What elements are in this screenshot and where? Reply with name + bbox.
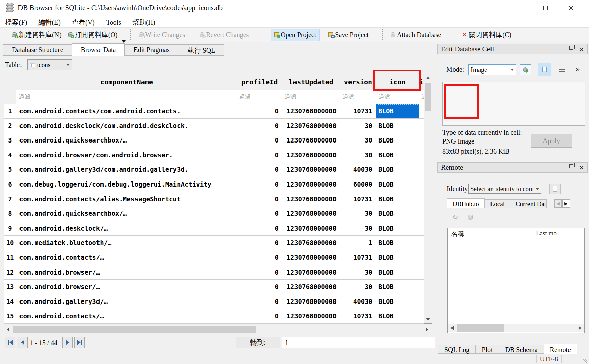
remote-clone-button[interactable] [466,213,475,221]
filter-profileId[interactable]: 過濾 [237,90,282,104]
scroll-right-button[interactable] [576,324,584,332]
save-project-button[interactable]: ▪ Save Project [325,29,372,41]
open-database-button[interactable]: › 打開資料庫(O) [65,28,121,41]
cell-componentName[interactable]: com.mediatek.bluetooth/… [16,236,237,250]
cell-version[interactable]: 10731 [340,192,376,207]
dock-tab-db-schema[interactable]: DB Schema [499,345,544,354]
open-database-dropdown-icon[interactable] [122,40,126,43]
remote-tab-dbhub[interactable]: DBHub.io [447,198,485,208]
cell-icon-blob[interactable]: BLOB [376,294,419,309]
remote-column-last-modified[interactable]: Last mo [536,230,557,237]
cell-lastUpdated[interactable]: 1230768000000 [282,206,340,221]
cell-icon-blob[interactable]: BLOB [376,250,419,265]
cell-version[interactable]: 30 [340,265,376,280]
close-database-button[interactable]: ✕ 關閉資料庫(C) [458,28,514,41]
cell-version[interactable]: 30 [340,148,376,163]
scroll-right-button[interactable] [423,326,431,334]
cell-profileId[interactable]: 0 [237,309,282,324]
menu-file[interactable]: 檔案(F) [0,16,32,27]
cell-componentName[interactable]: com.android.browser/… [16,280,237,294]
menu-tools[interactable]: Tools [101,17,126,26]
cell-componentName[interactable]: com.android.deskclock/… [16,221,237,236]
cell-componentName[interactable]: com.android.contacts/… [16,250,237,265]
cell-componentName[interactable]: com.android.quicksearchbox/… [16,133,237,148]
cell-componentName[interactable]: com.android.browser/com.android.browser. [16,148,237,163]
menu-help[interactable]: 幫助(H) [127,16,160,27]
cell-componentName[interactable]: com.android.gallery3d/com.android.galler… [16,162,237,177]
cell-icon-blob[interactable]: BLOB [376,119,419,133]
cell-version[interactable]: 1 [340,236,376,250]
cell-version[interactable]: 60000 [340,177,376,192]
vertical-scroll-thumb[interactable] [425,83,431,111]
scroll-left-button[interactable] [448,324,456,332]
column-header-lastUpdated[interactable]: lastUpdated [282,74,340,90]
cell-icon-blob[interactable]: BLOB [376,192,419,207]
remote-refresh-button[interactable]: ↻ [451,213,460,221]
prev-page-button[interactable] [17,337,28,348]
remote-tab-current-database[interactable]: Current Dat [510,199,547,208]
cell-componentName[interactable]: com.android.deskclock/com.android.deskcl… [16,119,237,133]
cell-profileId[interactable]: 0 [237,280,282,294]
cell-profileId[interactable]: 0 [237,206,282,221]
remote-column-name[interactable]: 名稱 [451,230,464,238]
cell-componentName[interactable]: com.debug.loggerui/com.debug.loggerui.Ma… [16,177,237,192]
close-panel-button[interactable]: ✕ [579,45,585,51]
cell-icon-blob[interactable]: BLOB [376,177,419,192]
remote-scroll-thumb[interactable] [457,324,504,332]
cell-lastUpdated[interactable]: 1230768000000 [282,192,340,207]
cell-icon-blob[interactable]: BLOB [376,206,419,221]
cell-lastUpdated[interactable]: 1230768000000 [282,119,340,133]
encoding-indicator[interactable]: UTF-8 [536,355,562,363]
cell-version[interactable]: 30 [340,119,376,133]
cell-lastUpdated[interactable]: 1230768000000 [282,162,340,177]
horizontal-scrollbar[interactable] [4,325,432,334]
vertical-scrollbar[interactable] [424,74,432,323]
filter-version[interactable]: 過濾 [340,90,376,104]
cell-profileId[interactable]: 0 [237,162,282,177]
resize-grip[interactable] [583,359,587,363]
float-panel-button[interactable] [568,164,574,170]
cell-icon-blob[interactable]: BLOB [376,133,419,148]
attach-database-button[interactable]: Attach Database [387,29,445,41]
column-divider[interactable] [533,228,533,239]
cell-icon-blob[interactable]: BLOB [376,162,419,177]
first-page-button[interactable] [5,337,15,348]
close-button[interactable]: × [561,0,581,16]
scroll-down-button[interactable] [424,315,432,323]
cell-version[interactable]: 10731 [340,250,376,265]
tab-execute-sql[interactable]: 執行 SQL [179,44,225,56]
next-page-button[interactable] [62,337,73,348]
cell-version[interactable]: 40030 [340,294,376,309]
cell-profileId[interactable]: 0 [237,192,282,207]
clone-database-button[interactable] [549,184,561,194]
tab-database-structure[interactable]: Database Structure [3,44,72,56]
new-database-button[interactable]: + 新建資料庫(N) [9,28,65,41]
goto-button[interactable]: 轉到: [236,337,280,348]
dock-tab-sql-log[interactable]: SQL Log [438,345,476,354]
cell-profileId[interactable]: 0 [237,104,282,119]
tab-edit-pragmas[interactable]: Edit Pragmas [125,44,179,56]
close-panel-button[interactable]: ✕ [579,164,585,170]
goto-record-input[interactable] [282,337,435,348]
cell-componentName[interactable]: com.android.gallery3d/… [16,294,237,309]
cell-icon-blob[interactable]: BLOB [376,236,419,250]
filter-componentName[interactable]: 過濾 [16,90,237,104]
cell-icon-blob[interactable]: BLOB [376,265,419,280]
cell-lastUpdated[interactable]: 1230768000000 [282,177,340,192]
scroll-up-button[interactable] [424,74,432,82]
filter-icon[interactable]: 過濾 [376,90,419,104]
cell-profileId[interactable]: 0 [237,265,282,280]
filter-lastUpdated[interactable]: 過濾 [282,90,340,104]
cell-icon-blob[interactable]: BLOB [376,104,419,119]
cell-componentName[interactable]: com.android.browser/… [16,265,237,280]
cell-componentName[interactable]: com.android.quicksearchbox/… [16,206,237,221]
cell-version[interactable]: 40030 [340,162,376,177]
cell-lastUpdated[interactable]: 1230768000000 [282,265,340,280]
column-header-profileId[interactable]: profileId [237,74,282,90]
cell-version[interactable]: 30 [340,133,376,148]
horizontal-scroll-thumb[interactable] [13,326,256,333]
menu-view[interactable]: 查看(V) [67,16,100,27]
import-data-button[interactable] [520,64,531,75]
cell-profileId[interactable]: 0 [237,294,282,309]
tab-scroll-right-button[interactable]: ▶ [562,199,570,208]
